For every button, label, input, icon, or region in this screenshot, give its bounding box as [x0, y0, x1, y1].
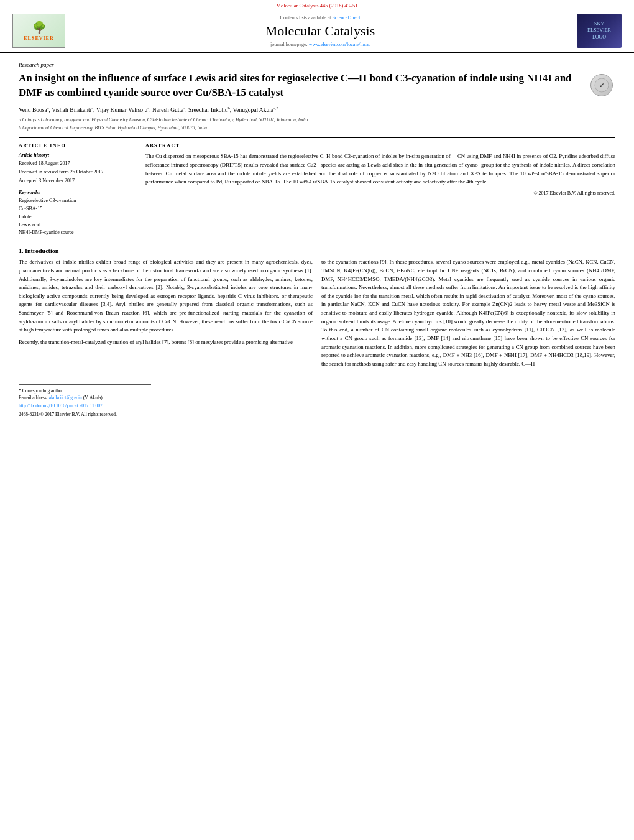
article-info-heading: ARTICLE INFO — [19, 143, 137, 149]
doi-line: http://dx.doi.org/10.1016/j.mcat.2017.11… — [19, 402, 151, 410]
elsevier-logo: 🌳 ELSEVIER — [12, 14, 68, 48]
intro-para-2: Recently, the transition-metal-catalyzed… — [19, 338, 313, 347]
email-link[interactable]: akula.iict@gov.in — [49, 395, 82, 400]
journal-homepage: journal homepage: www.elsevier.com/locat… — [68, 42, 572, 47]
article-title: An insight on the influence of surface L… — [19, 72, 584, 100]
journal-center-block: Contents lists available at ScienceDirec… — [68, 15, 572, 47]
affiliation-a: a Catalysis Laboratory, Inorganic and Ph… — [19, 117, 615, 124]
intro-col-right: to the cyanation reactions [9]. In these… — [321, 258, 615, 418]
homepage-url[interactable]: www.elsevier.com/locate/mcat — [309, 42, 370, 47]
article-title-row: An insight on the influence of surface L… — [19, 72, 615, 100]
journal-title: Molecular Catalysis — [68, 23, 572, 39]
abstract-col: ABSTRACT The Cu dispersed on mesoporous … — [145, 143, 615, 237]
author-sup-a4: a — [183, 106, 185, 110]
journal-logo-right: SKYELSEVIERLOGO — [572, 14, 622, 48]
received-date: Received 18 August 2017 — [19, 160, 137, 167]
contents-line: Contents lists available at ScienceDirec… — [68, 15, 572, 21]
author-sup-b: b — [228, 106, 230, 110]
revised-date: Received in revised form 25 October 2017 — [19, 168, 137, 176]
keywords-label: Keywords: — [19, 190, 137, 195]
article-info-abstract-row: ARTICLE INFO Article history: Received 1… — [19, 137, 615, 237]
crossmark-icon[interactable]: ✓ — [590, 74, 615, 99]
doi-link[interactable]: http://dx.doi.org/10.1016/j.mcat.2017.11… — [19, 403, 103, 408]
journal-header: 🌳 ELSEVIER Contents lists available at S… — [0, 10, 634, 53]
svg-text:✓: ✓ — [599, 82, 604, 89]
elsevier-tree-icon: 🌳 — [32, 21, 46, 34]
keyword-2: Cu-SBA-15 — [19, 205, 137, 213]
accepted-date: Accepted 3 November 2017 — [19, 177, 137, 185]
keyword-3: Indole — [19, 213, 137, 221]
intro-para-1: The derivatives of indole nitriles exhib… — [19, 258, 313, 335]
journal-right-logo: SKYELSEVIERLOGO — [577, 14, 622, 48]
footnote-area: * Corresponding author. E-mail address: … — [19, 384, 151, 418]
abstract-text: The Cu dispersed on mesoporous SBA-15 ha… — [145, 152, 615, 187]
keyword-1: Regioselective C3-cyanation — [19, 197, 137, 205]
intro-col-left: The derivatives of indole nitriles exhib… — [19, 258, 313, 418]
affiliation-b: b Department of Chemical Engineering, BI… — [19, 125, 615, 132]
article-history-label: Article history: — [19, 152, 137, 158]
article-type-label: Research paper — [19, 58, 615, 68]
journal-citation: Molecular Catalysis 445 (2018) 43–51 — [276, 2, 357, 9]
elsevier-brand-text: ELSEVIER — [24, 35, 53, 41]
introduction-heading: 1. Introduction — [19, 247, 615, 254]
sciencedirect-link[interactable]: ScienceDirect — [333, 15, 361, 21]
introduction-body: The derivatives of indole nitriles exhib… — [19, 258, 615, 418]
journal-citation-bar: Molecular Catalysis 445 (2018) 43–51 — [0, 0, 634, 10]
author-sup-a: a — [47, 106, 49, 110]
issn-line: 2468-8231/© 2017 Elsevier B.V. All right… — [19, 411, 151, 418]
keyword-5: NH4I-DMF-cyanide source — [19, 229, 137, 237]
keyword-4: Lewis acid — [19, 221, 137, 229]
article-info-col: ARTICLE INFO Article history: Received 1… — [19, 143, 137, 237]
main-content: Research paper An insight on the influen… — [0, 53, 634, 424]
section-divider — [19, 242, 615, 242]
corresponding-author-note: * Corresponding author. E-mail address: … — [19, 387, 151, 402]
abstract-heading: ABSTRACT — [145, 143, 615, 149]
copyright-line: © 2017 Elsevier B.V. All rights reserved… — [145, 190, 615, 196]
page: Molecular Catalysis 445 (2018) 43–51 🌳 E… — [0, 0, 634, 840]
author-sup-a3: a — [147, 106, 149, 110]
authors-line: Venu Boosaa, Vishali Bilakantia, Vijay K… — [19, 105, 615, 114]
crossmark-svg: ✓ — [594, 78, 609, 93]
author-sup-a-star: a,* — [273, 106, 278, 110]
author-sup-a2: a — [91, 106, 93, 110]
